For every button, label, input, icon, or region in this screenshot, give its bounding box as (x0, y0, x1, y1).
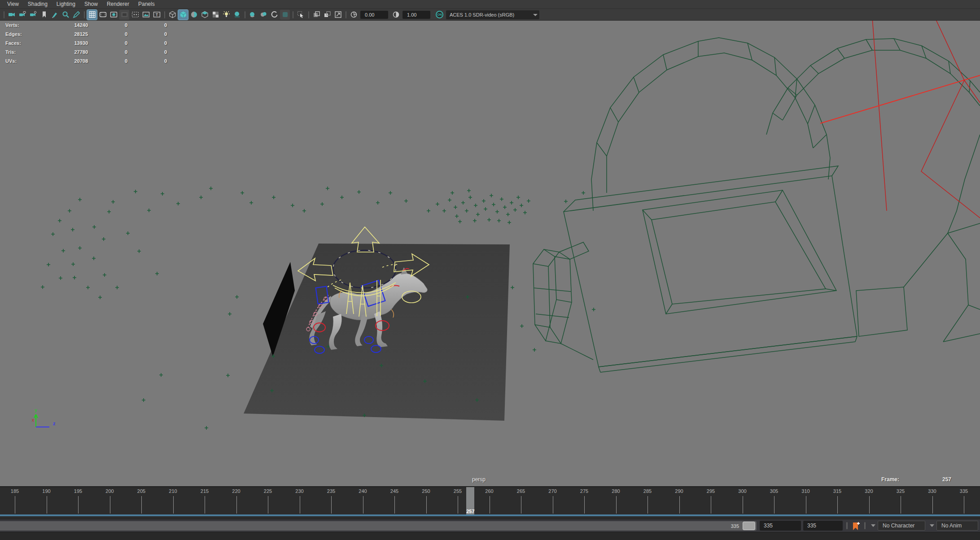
locator-plus-icon (484, 207, 487, 211)
animation-end-field[interactable]: 335 (803, 521, 843, 531)
hud-value: 0 (88, 31, 127, 37)
isolate-select-icon[interactable] (296, 10, 306, 20)
pane-resize-icon[interactable] (333, 10, 343, 20)
textured-icon[interactable] (200, 10, 210, 20)
pattern-icon[interactable] (210, 10, 220, 20)
locator-plus-icon (523, 211, 527, 214)
timeline-tick-label: 310 (801, 488, 809, 494)
menu-show[interactable]: Show (80, 0, 102, 9)
range-slider-track[interactable]: 335 (0, 521, 757, 531)
rangebar-grip (864, 522, 866, 529)
timeline-tick-label: 230 (295, 488, 303, 494)
locator-plus-icon (92, 225, 96, 229)
menu-shading[interactable]: Shading (23, 0, 52, 9)
ao-icon[interactable] (248, 10, 258, 20)
locator-plus-icon (155, 272, 159, 275)
timeline-tick-label: 315 (833, 488, 841, 494)
hud-label: Edges: (5, 31, 44, 37)
locator-plus-icon (176, 202, 180, 205)
camera-icon[interactable] (7, 10, 17, 20)
lights-icon[interactable] (221, 10, 231, 20)
locator-plus-icon (510, 201, 513, 205)
pan-zoom-icon[interactable] (61, 10, 70, 20)
locator-plus-icon (78, 246, 82, 250)
hud-value: 27780 (44, 49, 88, 55)
gamma-field[interactable]: 1.00 (402, 11, 430, 19)
timeline-tick (584, 496, 585, 514)
time-slider[interactable]: 257 185190195200205210215220225230235240… (0, 486, 980, 514)
shadows-icon[interactable] (232, 10, 242, 20)
bookmark-icon[interactable] (39, 10, 49, 20)
menu-lighting[interactable]: Lighting (52, 0, 80, 9)
character-set-menu-icon[interactable] (871, 524, 875, 527)
timeline-tick-label: 195 (74, 488, 82, 494)
timeline-tick-label: 260 (485, 488, 493, 494)
toolbar-grip (244, 11, 246, 19)
gate-mask-icon[interactable] (119, 10, 129, 20)
camera-wireframe[interactable] (533, 38, 980, 372)
locator-plus-icon (511, 286, 514, 289)
locator-plus-icon (520, 324, 524, 328)
hud-value: 28125 (44, 31, 88, 37)
locator-plus-icon (427, 209, 430, 213)
timeline-tick (648, 496, 648, 514)
material-icon[interactable] (189, 10, 199, 20)
locator-plus-icon (86, 286, 90, 289)
hud-row-tris: Tris: 27780 0 0 (5, 48, 167, 57)
hud-value: 20708 (44, 58, 88, 64)
anim-layer-select[interactable]: No Anim Layer (936, 521, 978, 531)
layout-paste-icon[interactable] (322, 10, 332, 20)
view-transform-toggle[interactable]: ON (436, 11, 443, 18)
locator-plus-icon (59, 276, 62, 280)
character-set-select[interactable]: No Character Set (878, 521, 925, 531)
hud-icon[interactable]: T (152, 10, 162, 20)
locator-plus-icon (508, 221, 511, 224)
smooth-shade-icon[interactable] (178, 10, 188, 20)
playback-end-field[interactable]: 335 (760, 521, 801, 531)
image-plane-icon[interactable] (141, 10, 151, 20)
timeline-tick-label: 210 (169, 488, 177, 494)
hud-value: 0 (127, 58, 167, 64)
menu-view[interactable]: View (3, 0, 23, 9)
exposure-field[interactable]: 0.00 (360, 11, 388, 19)
locator-plus-icon (209, 187, 213, 190)
grid-icon[interactable] (87, 10, 97, 20)
viewport-canvas (0, 21, 980, 486)
timeline-tick (363, 496, 363, 514)
layout-copy-icon[interactable] (311, 10, 321, 20)
timeline-tick (869, 496, 870, 514)
locator-plus-icon (389, 191, 392, 195)
bookmark-add-icon[interactable] (852, 521, 861, 531)
antialias-icon[interactable] (280, 10, 290, 20)
range-end-handle[interactable] (743, 522, 755, 530)
motion-blur-icon[interactable] (269, 10, 279, 20)
viewport-persp[interactable]: Verts: 14240 0 0 Edges: 28125 0 0 Faces:… (0, 21, 980, 486)
locator-plus-icon (115, 286, 119, 289)
grease-pencil-icon[interactable] (50, 10, 60, 20)
locator-plus-icon (473, 219, 477, 222)
menu-renderer[interactable]: Renderer (102, 0, 134, 9)
camera-aim-icon[interactable] (28, 10, 38, 20)
resolution-gate-icon[interactable] (109, 10, 118, 20)
timeline-tick (110, 496, 110, 514)
gamma-icon[interactable] (391, 10, 401, 20)
camera-lock-icon[interactable] (18, 10, 27, 20)
draw-icon[interactable] (71, 10, 81, 20)
film-gate-icon[interactable] (98, 10, 108, 20)
hud-row-verts: Verts: 14240 0 0 (5, 21, 167, 30)
color-space-dropdown[interactable]: ACES 1.0 SDR-video (sRGB) (446, 10, 539, 19)
locator-plus-icon (137, 249, 141, 253)
field-chart-icon[interactable] (130, 10, 140, 20)
anim-layer-menu-icon[interactable] (930, 524, 934, 527)
toolbar-grip (307, 11, 310, 19)
hud-row-uvs: UVs: 20708 0 0 (5, 57, 167, 65)
locator-plus-icon (458, 220, 462, 223)
wireframe-icon[interactable] (167, 10, 177, 20)
menu-panels[interactable]: Panels (134, 0, 159, 9)
current-frame-label: 257 (466, 509, 474, 514)
locator-plus-icon (520, 204, 523, 207)
depth-of-field-icon[interactable] (258, 10, 268, 20)
locator-plus-icon (492, 203, 495, 206)
locator-plus-icon (451, 191, 454, 195)
exposure-icon[interactable] (349, 10, 359, 20)
